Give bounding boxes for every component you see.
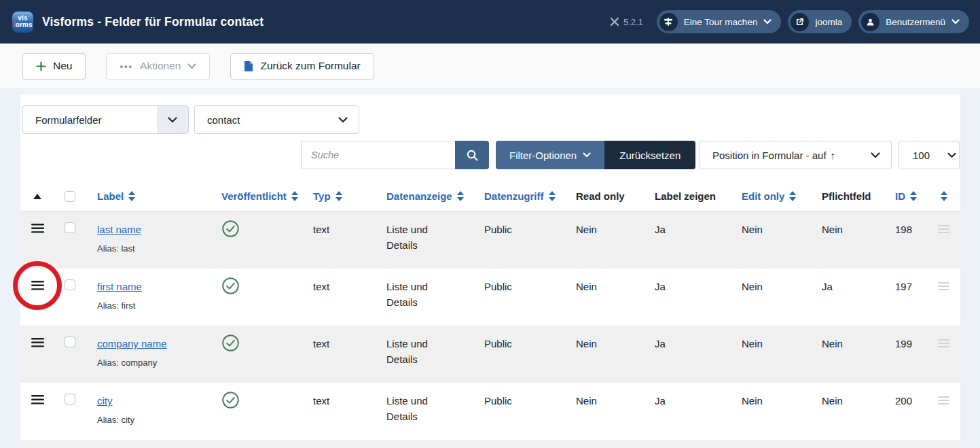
field-edit-only: Nein [731, 326, 812, 383]
content-panel: Formularfelder contact Filter-Optionen [20, 94, 960, 448]
published-check-icon[interactable] [221, 277, 240, 299]
drag-handle-icon[interactable] [31, 336, 44, 383]
sort-link-edit-only[interactable]: Edit only [742, 190, 796, 202]
field-access: Public [474, 269, 566, 326]
field-read-only: Nein [566, 383, 645, 440]
joomla-version: 5.2.1 [610, 17, 643, 27]
drag-handle-cell [20, 383, 54, 440]
reset-filters-button[interactable]: Zurücksetzen [604, 141, 695, 169]
filter-options-button[interactable]: Filter-Optionen [496, 141, 604, 169]
sort-link-label[interactable]: Label [97, 190, 135, 202]
field-access: Public [474, 211, 566, 269]
drag-handle-cell [20, 326, 54, 383]
drag-handle-faint-icon[interactable] [938, 279, 949, 326]
secondary-handle-cell [927, 269, 960, 326]
sort-arrows-icon [549, 191, 556, 201]
back-button-label: Zurück zum Formular [260, 60, 360, 72]
site-button-label: joomla [815, 17, 842, 27]
drag-handle-icon[interactable] [31, 393, 44, 440]
row-checkbox[interactable] [65, 279, 75, 290]
field-id: 200 [885, 383, 927, 440]
field-read-only: Nein [566, 211, 645, 269]
sort-link-id[interactable]: ID [895, 190, 917, 202]
back-to-form-button[interactable]: Zurück zum Formular [230, 53, 374, 80]
tour-icon [659, 13, 678, 31]
field-required: Nein [812, 383, 885, 440]
field-edit-only: Nein [731, 211, 812, 269]
page-size-select[interactable]: 100 [899, 141, 960, 169]
field-show-label: Ja [645, 211, 731, 269]
secondary-handle-cell [927, 211, 960, 269]
field-label-link[interactable]: first name [97, 281, 142, 292]
table-row: last name Alias: last text Liste und Det… [20, 211, 960, 269]
version-number: 5.2.1 [623, 17, 643, 27]
drag-handle-icon[interactable] [31, 222, 44, 269]
column-header-datenanzeige: Datenanzeige [376, 190, 474, 202]
published-check-icon[interactable] [221, 220, 240, 242]
actions-button[interactable]: ••• Aktionen [106, 53, 210, 80]
chevron-down-icon [187, 63, 196, 69]
user-button-label: Benutzermenü [886, 17, 945, 27]
sort-link-datenzugriff[interactable]: Datenzugriff [484, 190, 556, 202]
main-content: Formularfelder contact Filter-Optionen [0, 89, 980, 448]
field-edit-only: Nein [731, 269, 812, 326]
search-input[interactable] [301, 141, 455, 169]
visforms-logo: vis forms [12, 12, 33, 33]
page-title: Visforms - Felder für Formular contact [42, 15, 264, 29]
sort-arrows-icon [335, 191, 342, 201]
field-label-link[interactable]: city [97, 395, 113, 407]
sort-link-typ[interactable]: Typ [313, 190, 342, 202]
field-required: Ja [812, 269, 885, 326]
select-all-checkbox[interactable] [65, 191, 75, 202]
sort-link-datenanzeige[interactable]: Datenanzeige [386, 190, 464, 202]
search-icon [467, 150, 478, 161]
row-checkbox[interactable] [65, 222, 75, 233]
fields-table: LabelVeröffentlichtTypDatenanzeigeDatenz… [20, 182, 960, 448]
column-header-ver-ffentlicht: Veröffentlicht [211, 190, 303, 202]
drag-handle-faint-icon[interactable] [938, 222, 949, 269]
published-check-icon[interactable] [221, 391, 240, 413]
plus-icon [36, 61, 46, 71]
form-select[interactable]: contact [194, 105, 359, 134]
field-id: 199 [885, 326, 927, 383]
published-check-icon[interactable] [221, 334, 240, 356]
sort-order-select[interactable]: Position in Formular - auf↑ [700, 141, 892, 169]
new-button[interactable]: Neu [22, 53, 86, 80]
chevron-down-icon [951, 19, 960, 24]
top-navbar: vis forms Visforms - Felder für Formular… [0, 0, 980, 44]
table-row: first name Alias: first text Liste und D… [20, 269, 960, 326]
field-required: Nein [812, 326, 885, 383]
column-header-label-zeigen: Label zeigen [645, 190, 731, 202]
sort-link-ver-ffentlicht[interactable]: Veröffentlicht [221, 190, 298, 202]
sort-arrows-icon [291, 191, 298, 201]
column-header-typ: Typ [303, 190, 376, 202]
user-menu-button[interactable]: Benutzermenü [858, 10, 969, 33]
field-label-link[interactable]: last name [97, 224, 141, 235]
column-header-id: ID [885, 190, 927, 202]
drag-handle-icon[interactable] [31, 279, 44, 326]
column-header-ordering [20, 194, 54, 199]
row-checkbox[interactable] [65, 394, 75, 404]
actions-button-label: Aktionen [140, 60, 181, 72]
field-alias: Alias: company [97, 356, 202, 370]
search-button[interactable] [455, 141, 489, 169]
form-select-value: contact [195, 114, 327, 126]
drag-handle-faint-icon[interactable] [938, 336, 949, 383]
table-row: city Alias: city text Liste und Details … [20, 383, 960, 440]
field-id: 198 [885, 211, 927, 269]
row-checkbox[interactable] [65, 337, 75, 347]
page-size-value: 100 [899, 150, 939, 161]
sort-arrows-icon [128, 191, 135, 201]
tour-button[interactable]: Eine Tour machen [657, 10, 782, 33]
column-header-datenzugriff: Datenzugriff [474, 190, 566, 202]
drag-handle-faint-icon[interactable] [938, 393, 949, 440]
field-label-link[interactable]: company name [97, 338, 167, 349]
sort-arrows-icon [941, 191, 947, 201]
field-type: text [303, 326, 376, 383]
site-preview-button[interactable]: joomla [788, 10, 852, 33]
next-row-partial [20, 440, 960, 448]
view-select[interactable]: Formularfelder [22, 105, 189, 134]
sort-link-ordering[interactable] [941, 191, 947, 201]
reset-button-label: Zurücksetzen [619, 150, 680, 161]
ordering-sort-icon[interactable] [33, 194, 41, 199]
